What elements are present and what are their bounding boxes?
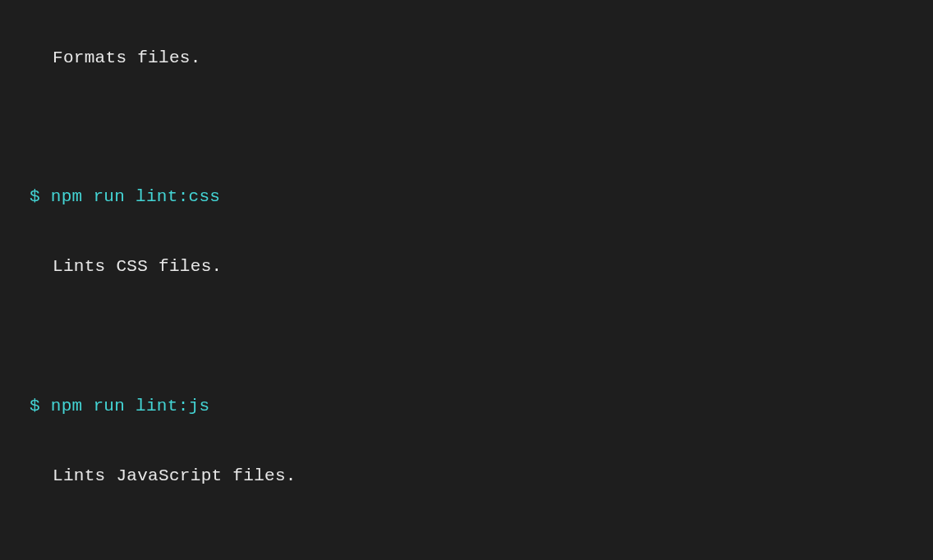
terminal-output[interactable]: Formats files. $ npm run lint:css Lints … [7, 0, 926, 560]
blank-line [7, 117, 926, 140]
blank-line [7, 325, 926, 348]
lint-js-description: Lints JavaScript files. [7, 465, 926, 488]
lint-css-description: Lints CSS files. [7, 255, 926, 278]
lint-css-command: $ npm run lint:css [7, 186, 926, 209]
lint-js-command: $ npm run lint:js [7, 395, 926, 418]
format-description: Formats files. [7, 47, 926, 70]
blank-line [7, 535, 926, 558]
